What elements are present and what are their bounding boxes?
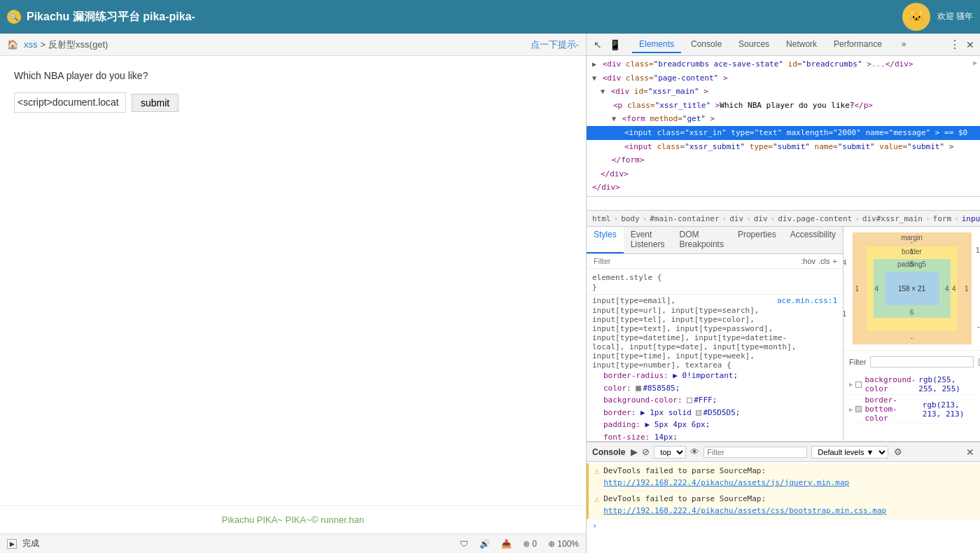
dt-styles-content: element.style { } input[type=email], ace…: [587, 269, 843, 441]
bm-margin-right: 1: [965, 285, 969, 293]
bm-padding-left: 4: [875, 285, 879, 293]
style-rule-header-element: element.style {: [592, 273, 837, 282]
bc-form[interactable]: form: [933, 214, 952, 223]
console-play-icon[interactable]: ▶: [631, 447, 638, 457]
html-line-4[interactable]: ▼ <form method="get" >: [587, 112, 980, 126]
xss-question: Which NBA player do you like?: [14, 70, 572, 81]
console-msg-text-2: DevTools failed to parse SourceMap: http…: [603, 493, 974, 517]
bc-sep5: ›: [771, 214, 776, 223]
html-line-6[interactable]: <input class="xssr_submit" type="submit"…: [587, 140, 980, 154]
dt-toolbar-icons: ↖ 📱: [592, 38, 622, 52]
html-line-5[interactable]: <input class="xssr_in" type="text" maxle…: [587, 126, 980, 140]
triangle-4[interactable]: ▼: [612, 115, 616, 122]
computed-prop-bg: background-color: [864, 375, 916, 393]
bm-left-border: 1: [844, 310, 846, 318]
triangle-2[interactable]: ▼: [601, 88, 605, 95]
dt-left-panel: Styles Event Listeners DOM Breakpoints P…: [587, 227, 844, 441]
panel-tab-properties[interactable]: Properties: [731, 227, 783, 253]
xss-submit-button[interactable]: submit: [132, 94, 178, 112]
filter-plus[interactable]: +: [833, 257, 837, 265]
console-eye-icon[interactable]: 👁: [690, 447, 699, 457]
panel-tab-event-listeners[interactable]: Event Listeners: [624, 227, 673, 253]
style-prop-padding: padding: ▶ 5px 4px 6px;: [592, 419, 837, 431]
html-line-1[interactable]: ▼ <div class="page-content" >: [587, 71, 980, 85]
html-line-3[interactable]: <p class="xssr_title" >Which NBA player …: [587, 99, 980, 113]
computed-triangle-2[interactable]: ▶: [849, 406, 853, 413]
style-prop-font-size: font-size: 14px;: [592, 431, 837, 441]
filter-hov[interactable]: :hov: [801, 257, 816, 265]
bc-input[interactable]: input.xssr_in: [962, 214, 980, 223]
bg-color-swatch: [855, 382, 862, 388]
bm-margin-bottom: -: [911, 334, 913, 342]
tab-elements[interactable]: Elements: [632, 36, 681, 53]
console-settings-icon[interactable]: ⚙: [894, 447, 902, 457]
console-link-1[interactable]: http://192.168.222.4/pikachu/assets/js/j…: [603, 478, 849, 487]
cursor-icon[interactable]: ↖: [592, 38, 603, 52]
bc-page-content[interactable]: div.page-content: [778, 214, 852, 223]
home-icon[interactable]: 🏠: [7, 39, 18, 50]
html-line-9[interactable]: </div>: [587, 181, 980, 195]
bc-sep1: ›: [614, 214, 619, 223]
console-ban-icon[interactable]: ⊘: [642, 447, 650, 457]
dt-settings-icon[interactable]: ✕: [966, 39, 974, 50]
tab-performance[interactable]: Performance: [827, 36, 889, 53]
hint-button[interactable]: 点一下提示-: [531, 38, 579, 51]
border-bottom-swatch: [855, 406, 862, 412]
xss-input[interactable]: [14, 92, 126, 113]
breadcrumb-xss[interactable]: xss: [24, 39, 38, 50]
panel-tab-styles[interactable]: Styles: [587, 227, 624, 253]
tab-network[interactable]: Network: [779, 36, 824, 53]
html-line-8[interactable]: </div>: [587, 167, 980, 181]
filter-input[interactable]: [870, 356, 974, 368]
zoom-level: ⊕ 100%: [548, 539, 579, 549]
filter-cls[interactable]: .cls: [818, 257, 830, 265]
rule-source[interactable]: ace.min.css:1: [777, 296, 837, 305]
computed-bg-color: ▶ background-color rgb(255, 255, 255): [849, 374, 974, 395]
style-prop-border-radius: border-radius: ▶ 0!important;: [592, 370, 837, 382]
styles-filter-input[interactable]: [592, 255, 798, 267]
triangle-0[interactable]: ▶: [592, 60, 596, 68]
page-footer: Pikachu PIKA~ PIKA~© runner.han: [0, 505, 586, 533]
html-line-0[interactable]: ▶ <div class="breadcrumbs ace-save-state…: [587, 57, 980, 71]
dt-more-icon[interactable]: ⋮: [949, 38, 960, 51]
bm-border-right: 4: [952, 285, 956, 293]
bm-padding-bottom: 6: [910, 309, 914, 316]
play-button[interactable]: ▶: [7, 539, 17, 549]
welcome-text: 欢迎 骚年: [937, 11, 973, 22]
bc-div1[interactable]: div: [729, 214, 743, 223]
bc-main[interactable]: #main-container: [650, 214, 719, 223]
style-prop-bg-color: background-color: #FFF;: [592, 394, 837, 407]
tab-console[interactable]: Console: [684, 36, 729, 53]
status-left: ▶ 完成: [7, 538, 39, 550]
computed-val-bg: rgb(255, 255, 255): [918, 375, 974, 393]
box-model: margin - 1 - 1 border: [853, 232, 972, 344]
filter-label: Filter: [849, 358, 866, 366]
dt-panel-tabs: Styles Event Listeners DOM Breakpoints P…: [587, 227, 843, 254]
bm-padding-right: 4: [945, 285, 949, 293]
panel-tab-accessibility[interactable]: Accessibility: [783, 227, 843, 253]
panel-tab-dom-breakpoints[interactable]: DOM Breakpoints: [673, 227, 731, 253]
dt-elements-wrapper: ▶ ▶ <div class="breadcrumbs ace-save-sta…: [587, 56, 980, 210]
html-line-7[interactable]: </form>: [587, 153, 980, 167]
html-line-2[interactable]: ▼ <div id="xssr_main" >: [587, 85, 980, 99]
bc-body[interactable]: body: [621, 214, 640, 223]
download-icon: 📥: [501, 539, 512, 549]
devtools-panel: ↖ 📱 Elements Console Sources Network Per…: [587, 34, 980, 553]
bm-content-dimensions: 158 × 21: [898, 285, 925, 293]
dt-element-breadcrumb: html › body › #main-container › div › di…: [587, 210, 980, 227]
tab-sources[interactable]: Sources: [732, 36, 776, 53]
console-level-select[interactable]: Default levels ▼: [811, 446, 888, 458]
bc-xssr-main[interactable]: div#xssr_main: [862, 214, 923, 223]
console-link-2[interactable]: http://192.168.222.4/pikachu/assets/css/…: [603, 506, 886, 515]
console-context-select[interactable]: top: [654, 446, 686, 458]
triangle-1[interactable]: ▼: [592, 74, 596, 82]
bc-html[interactable]: html: [592, 214, 611, 223]
bc-div2[interactable]: div: [754, 214, 768, 223]
tab-more[interactable]: »: [895, 36, 913, 53]
device-icon[interactable]: 📱: [608, 38, 622, 52]
computed-triangle-1[interactable]: ▶: [849, 381, 853, 388]
style-rule-element: element.style { }: [587, 272, 843, 295]
dt-toolbar: ↖ 📱 Elements Console Sources Network Per…: [587, 34, 980, 56]
console-filter-input[interactable]: [704, 447, 807, 458]
console-close-icon[interactable]: ✕: [966, 447, 974, 458]
